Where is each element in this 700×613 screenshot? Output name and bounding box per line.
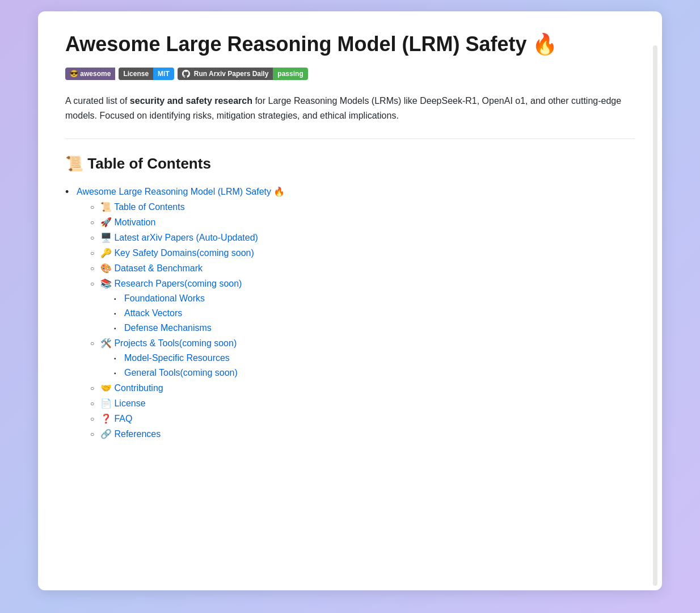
toc-link-arxiv[interactable]: 🖥️ Latest arXiv Papers (Auto-Updated) xyxy=(100,233,258,242)
toc-item-defense: Defense Mechanisms xyxy=(114,323,635,333)
toc-item-faq: ❓ FAQ xyxy=(90,413,635,424)
description-bold: security and safety research xyxy=(130,96,252,106)
toc-link-model-specific[interactable]: Model-Specific Resources xyxy=(124,353,230,363)
divider xyxy=(65,138,635,139)
toc-item-attack-vectors: Attack Vectors xyxy=(114,308,635,318)
toc-link-attack-vectors[interactable]: Attack Vectors xyxy=(124,308,182,318)
toc-link-contributing[interactable]: 🤝 Contributing xyxy=(100,383,163,393)
badges-row: 😎 awesome License MIT Run Arxiv Papers D… xyxy=(65,68,635,80)
toc-item-references: 🔗 References xyxy=(90,429,635,439)
badge-arxiv-text: Run Arxiv Papers Daily xyxy=(194,70,269,78)
toc-item-dataset: 🎨 Dataset & Benchmark xyxy=(90,263,635,274)
toc-link-motivation[interactable]: 🚀 Motivation xyxy=(100,217,155,227)
toc-item-arxiv: 🖥️ Latest arXiv Papers (Auto-Updated) xyxy=(90,232,635,243)
toc-link-key-safety[interactable]: 🔑 Key Safety Domains(coming soon) xyxy=(100,248,254,258)
badge-license-value: MIT xyxy=(153,68,174,80)
toc-top-item: Awesome Large Reasoning Model (LRM) Safe… xyxy=(65,186,635,439)
toc-link-foundational[interactable]: Foundational Works xyxy=(124,293,205,303)
toc-item-license: 📄 License xyxy=(90,398,635,409)
toc-item-motivation: 🚀 Motivation xyxy=(90,217,635,228)
toc-item-model-specific: Model-Specific Resources xyxy=(114,353,635,363)
toc-link-projects[interactable]: 🛠️ Projects & Tools(coming soon) xyxy=(100,338,237,348)
toc-link-references[interactable]: 🔗 References xyxy=(100,429,161,439)
toc-top-link[interactable]: Awesome Large Reasoning Model (LRM) Safe… xyxy=(77,187,285,196)
toc-link-defense[interactable]: Defense Mechanisms xyxy=(124,323,212,333)
badge-license-label: License xyxy=(119,68,153,80)
toc-item-general-tools: General Tools(coming soon) xyxy=(114,368,635,378)
toc-link-faq[interactable]: ❓ FAQ xyxy=(100,414,132,423)
github-icon xyxy=(182,70,190,78)
badge-awesome[interactable]: 😎 awesome xyxy=(65,68,115,80)
badge-arxiv-status: passing xyxy=(273,68,307,80)
toc-link-general-tools[interactable]: General Tools(coming soon) xyxy=(124,368,238,377)
toc-item-toc: 📜 Table of Contents xyxy=(90,201,635,212)
toc-research-sublist: Foundational Works Attack Vectors Defens… xyxy=(100,293,635,333)
badge-arxiv[interactable]: Run Arxiv Papers Daily passing xyxy=(178,68,308,80)
page-title: Awesome Large Reasoning Model (LRM) Safe… xyxy=(65,32,635,56)
toc-item-key-safety: 🔑 Key Safety Domains(coming soon) xyxy=(90,247,635,258)
toc-list: Awesome Large Reasoning Model (LRM) Safe… xyxy=(65,186,635,439)
toc-link-research[interactable]: 📚 Research Papers(coming soon) xyxy=(100,279,242,288)
toc-item-research: 📚 Research Papers(coming soon) Foundatio… xyxy=(90,278,635,333)
toc-link-license[interactable]: 📄 License xyxy=(100,398,146,408)
toc-heading: 📜 Table of Contents xyxy=(65,155,635,173)
toc-link-dataset[interactable]: 🎨 Dataset & Benchmark xyxy=(100,263,203,273)
toc-projects-sublist: Model-Specific Resources General Tools(c… xyxy=(100,353,635,378)
toc-item-projects: 🛠️ Projects & Tools(coming soon) Model-S… xyxy=(90,338,635,378)
main-card: Awesome Large Reasoning Model (LRM) Safe… xyxy=(38,11,662,590)
toc-item-foundational: Foundational Works xyxy=(114,293,635,304)
badge-license[interactable]: License MIT xyxy=(119,68,174,80)
badge-awesome-left: 😎 awesome xyxy=(65,68,115,80)
toc-link-toc[interactable]: 📜 Table of Contents xyxy=(100,202,185,212)
toc-sub-list: 📜 Table of Contents 🚀 Motivation 🖥️ Late… xyxy=(77,201,635,439)
badge-arxiv-label: Run Arxiv Papers Daily xyxy=(178,68,273,80)
description: A curated list of security and safety re… xyxy=(65,94,635,123)
toc-item-contributing: 🤝 Contributing xyxy=(90,383,635,393)
